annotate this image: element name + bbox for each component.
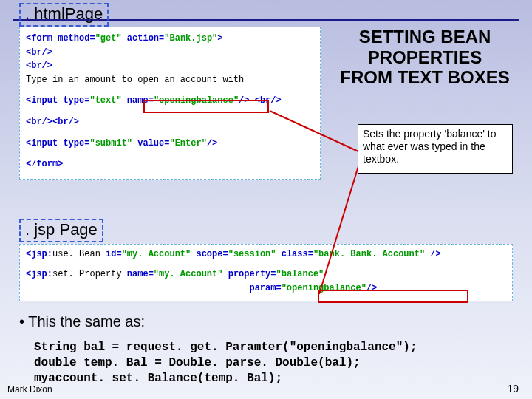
equivalent-java-code: String bal = request. get. Paramter("ope… bbox=[34, 340, 417, 386]
jsp-code-block: <jsp:use. Bean id="my. Account" scope="s… bbox=[19, 244, 513, 301]
bullet-text: • This the same as: bbox=[19, 313, 145, 330]
footer-author: Mark Dixon bbox=[7, 384, 52, 395]
jsp-page-label: . jsp Page bbox=[19, 219, 103, 242]
html-page-label: . htmlPage bbox=[19, 3, 109, 27]
slide-title: SETTING BEAN PROPERTIES FROM TEXT BOXES bbox=[340, 27, 510, 88]
footer-page-number: 19 bbox=[507, 383, 519, 395]
annotation-callout: Sets the property 'balance' to what ever… bbox=[358, 124, 513, 174]
html-code-block: <form method="get" action="Bank.jsp"> <b… bbox=[19, 27, 321, 180]
